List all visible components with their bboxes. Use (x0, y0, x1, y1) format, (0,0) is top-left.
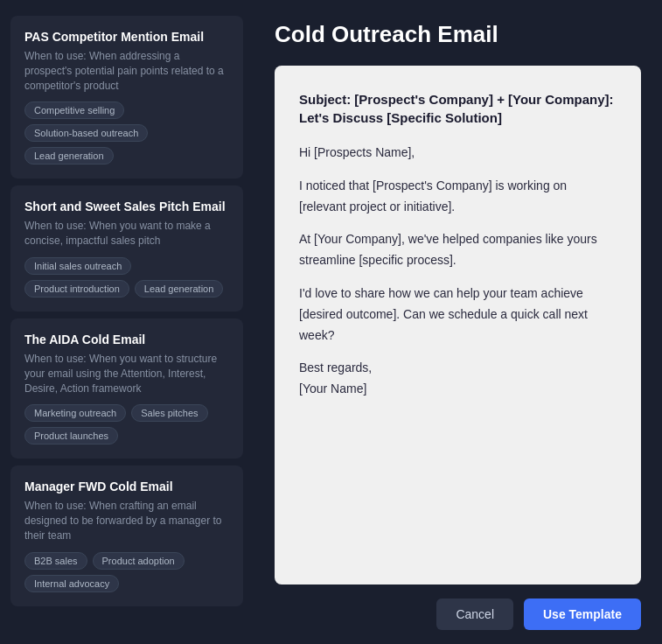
card-description-manager-fwd: When to use: When crafting an email desi… (24, 499, 229, 542)
use-template-button[interactable]: Use Template (524, 598, 641, 630)
card-tags-manager-fwd: B2B sales Product adoption Internal advo… (24, 552, 229, 592)
card-title-manager-fwd: Manager FWD Cold Email (24, 480, 229, 494)
email-preview: Subject: [Prospect's Company] + [Your Co… (275, 66, 641, 584)
template-card-manager-fwd[interactable]: Manager FWD Cold Email When to use: When… (10, 466, 243, 606)
tag-product-adoption: Product adoption (93, 552, 185, 570)
template-card-short-sweet[interactable]: Short and Sweet Sales Pitch Email When t… (10, 186, 243, 312)
email-closing: Best regards, [Your Name] (299, 358, 617, 400)
tag-solution-outreach: Solution-based outreach (24, 124, 148, 142)
card-description-pas: When to use: When addressing a prospect'… (24, 49, 229, 93)
template-title: Cold Outreach Email (275, 21, 641, 48)
action-buttons: Cancel Use Template (275, 584, 641, 630)
tag-initial-sales: Initial sales outreach (24, 257, 131, 275)
card-tags-pas: Competitive selling Solution-based outre… (24, 102, 229, 164)
email-subject: Subject: [Prospect's Company] + [Your Co… (299, 90, 617, 127)
tag-lead-gen-1: Lead generation (24, 147, 114, 164)
template-card-pas[interactable]: PAS Competitor Mention Email When to use… (10, 16, 243, 178)
tag-competitive-selling: Competitive selling (24, 102, 124, 119)
email-paragraph1: I noticed that [Prospect's Company] is w… (299, 176, 617, 218)
card-description-short-sweet: When to use: When you want to make a con… (24, 219, 229, 248)
email-paragraph2: At [Your Company], we've helped companie… (299, 229, 617, 271)
email-body: Hi [Prospects Name], I noticed that [Pro… (299, 143, 617, 400)
tag-product-intro: Product introduction (24, 280, 129, 298)
subject-label: Subject: (299, 92, 351, 107)
tag-internal-advocacy: Internal advocacy (24, 575, 119, 592)
tag-b2b-sales: B2B sales (24, 552, 87, 570)
cancel-button[interactable]: Cancel (436, 598, 513, 630)
template-list: PAS Competitor Mention Email When to use… (0, 0, 254, 644)
template-detail-panel: Cold Outreach Email Subject: [Prospect's… (254, 0, 662, 644)
email-sender: [Your Name] (299, 382, 366, 396)
tag-sales-pitches: Sales pitches (131, 404, 207, 422)
card-title-pas: PAS Competitor Mention Email (24, 30, 229, 44)
card-description-aida: When to use: When you want to structure … (24, 352, 229, 396)
card-tags-short-sweet: Initial sales outreach Product introduct… (24, 257, 229, 298)
tag-product-launches: Product launches (24, 427, 118, 444)
tag-lead-gen-2: Lead generation (135, 280, 224, 298)
card-title-aida: The AIDA Cold Email (24, 332, 229, 346)
email-paragraph3: I'd love to share how we can help your t… (299, 284, 617, 346)
email-greeting: Hi [Prospects Name], (299, 143, 617, 164)
card-title-short-sweet: Short and Sweet Sales Pitch Email (24, 200, 229, 214)
tag-marketing-outreach: Marketing outreach (24, 404, 126, 422)
template-card-aida[interactable]: The AIDA Cold Email When to use: When yo… (10, 318, 243, 458)
card-tags-aida: Marketing outreach Sales pitches Product… (24, 404, 229, 444)
